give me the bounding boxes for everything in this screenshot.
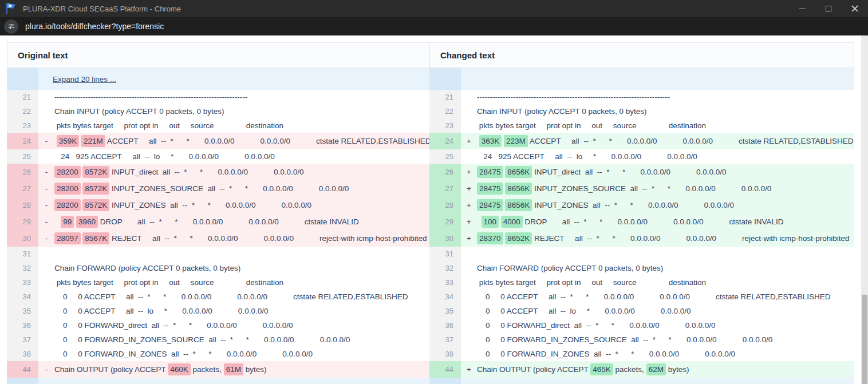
diff-marker: -: [38, 365, 54, 374]
line-number: 38: [429, 347, 461, 361]
diff-text: 28475 8656K INPUT_ZONES_SOURCE all -- * …: [477, 184, 771, 193]
diff-line-left-38: 38 0 0 FORWARD_IN_ZONES all -- * * 0.0.0…: [7, 347, 429, 361]
expand-row-top: Expand 20 lines ...: [7, 68, 854, 90]
url-text[interactable]: plura.io/tools/diffchecker?type=forensic: [25, 22, 164, 31]
window-title: PLURA-XDR Cloud SECaaS Platform - Chrome: [23, 5, 181, 13]
line-number: 34: [7, 290, 38, 304]
diff-line-right-30: 30+28370 8652K REJECT all -- * * 0.0.0.0…: [429, 230, 854, 247]
line-number: 36: [7, 318, 38, 332]
diff-row-25: 25 24 925 ACCEPT all -- lo * 0.0.0.0/0 0…: [7, 149, 854, 164]
diff-marker: +: [461, 201, 477, 209]
diff-text: 0 0 ACCEPT all -- lo * 0.0.0.0/0 0.0.0.0…: [54, 307, 268, 315]
expand-gutter: [7, 68, 38, 90]
diff-line-right-26: 26+28475 8656K INPUT_direct all -- * * 0…: [429, 164, 854, 180]
expand-row-top-left: Expand 20 lines ...: [7, 68, 429, 90]
diff-row-27: 27-28200 8572K INPUT_ZONES_SOURCE all --…: [7, 180, 854, 197]
diff-text: 24 925 ACCEPT all -- lo * 0.0.0.0/0 0.0.…: [54, 152, 275, 161]
diff-text: pkts bytes target prot opt in out source…: [54, 121, 283, 130]
line-number: 37: [429, 332, 461, 347]
diff-text: Chain FORWARD (policy ACCEPT 0 packets, …: [477, 264, 663, 272]
diff-line-right-21: 21--------------------------------------…: [429, 90, 854, 104]
diff-row-44: 44-Chain OUTPUT (policy ACCEPT 460K pack…: [7, 361, 854, 378]
line-number: 24: [429, 133, 461, 149]
diff-line-left-35: 35 0 0 ACCEPT all -- lo * 0.0.0.0/0 0.0.…: [7, 304, 429, 318]
line-number: 22: [7, 104, 38, 118]
line-number: 29: [7, 213, 38, 230]
line-number: 26: [7, 164, 38, 180]
line-number: 37: [7, 332, 38, 347]
expand-row-bottom[interactable]: [7, 378, 854, 384]
diff-text: 99 3960 DROP all -- * * 0.0.0.0/0 0.0.0.…: [54, 217, 359, 226]
close-button[interactable]: [842, 0, 868, 17]
diff-row-23: 23 pkts bytes target prot opt in out sou…: [7, 118, 854, 133]
expand-row-bottom-left: [7, 378, 429, 384]
diff-line-right-34: 34 0 0 ACCEPT all -- * * 0.0.0.0/0 0.0.0…: [429, 290, 854, 304]
diff-row-35: 35 0 0 ACCEPT all -- lo * 0.0.0.0/0 0.0.…: [7, 304, 854, 318]
diff-row-36: 36 0 0 FORWARD_direct all -- * * 0.0.0.0…: [7, 318, 854, 332]
minimize-icon: [799, 9, 806, 9]
diff-marker: +: [461, 168, 477, 176]
diff-text: 28370 8652K REJECT all -- * * 0.0.0.0/0 …: [477, 234, 850, 243]
diff-marker: +: [461, 217, 477, 226]
line-number: 38: [7, 347, 38, 361]
diff-line-left-33: 33 pkts bytes target prot opt in out sou…: [7, 275, 429, 290]
diff-line-left-36: 36 0 0 FORWARD_direct all -- * * 0.0.0.0…: [7, 318, 429, 332]
diff-text: Chain OUTPUT (policy ACCEPT 465K packets…: [477, 365, 689, 374]
changed-text-header: Changed text: [430, 43, 854, 68]
diff-marker: -: [38, 168, 54, 176]
diff-text: 363K 223M ACCEPT all -- * * 0.0.0.0/0 0.…: [477, 137, 854, 145]
line-number: 30: [7, 230, 38, 247]
site-settings-icon[interactable]: [4, 19, 18, 34]
expand-gutter: [429, 68, 461, 90]
line-number: 28: [429, 197, 461, 213]
minimize-button[interactable]: [789, 0, 815, 17]
diffchecker-page: Original text Changed text Expand 20 lin…: [0, 35, 861, 384]
expand-lines-link[interactable]: Expand 20 lines ...: [53, 75, 116, 84]
line-number: 22: [429, 104, 461, 118]
plura-logo-icon: [5, 2, 17, 15]
close-icon: [851, 5, 858, 12]
diff-line-left-31: 31: [7, 247, 429, 261]
diff-text: 0 0 ACCEPT all -- * * 0.0.0.0/0 0.0.0.0/…: [477, 292, 830, 301]
diff-line-left-26: 26-28200 8572K INPUT_direct all -- * * 0…: [7, 164, 429, 180]
diff-text: 28475 8656K INPUT_ZONES all -- * * 0.0.0…: [477, 201, 734, 209]
line-number: 32: [429, 261, 461, 275]
diff-row-34: 34 0 0 ACCEPT all -- * * 0.0.0.0/0 0.0.0…: [7, 290, 854, 304]
diff-row-26: 26-28200 8572K INPUT_direct all -- * * 0…: [7, 164, 854, 180]
diff-line-right-28: 28+28475 8656K INPUT_ZONES all -- * * 0.…: [429, 197, 854, 213]
diff-marker: +: [461, 234, 477, 243]
diff-marker: +: [461, 137, 477, 145]
diff-marker: -: [38, 217, 54, 226]
line-number: 44: [7, 361, 38, 378]
diff-line-left-27: 27-28200 8572K INPUT_ZONES_SOURCE all --…: [7, 180, 429, 197]
diff-marker: -: [38, 234, 54, 243]
diff-text: 0 0 FORWARD_direct all -- * * 0.0.0.0/0 …: [477, 321, 715, 330]
diff-marker: +: [461, 365, 477, 374]
diff-line-left-34: 34 0 0 ACCEPT all -- * * 0.0.0.0/0 0.0.0…: [7, 290, 429, 304]
diff-row-30: 30-28097 8567K REJECT all -- * * 0.0.0.0…: [7, 230, 854, 247]
line-number: 28: [7, 197, 38, 213]
diff-line-right-23: 23 pkts bytes target prot opt in out sou…: [429, 118, 854, 133]
diff-line-left-21: 21--------------------------------------…: [7, 90, 429, 104]
maximize-button[interactable]: [815, 0, 842, 17]
line-number: 21: [7, 90, 38, 104]
diff-text: Chain INPUT (policy ACCEPT 0 packets, 0 …: [477, 107, 647, 116]
line-number: 23: [7, 118, 38, 133]
diff-line-right-25: 25 24 925 ACCEPT all -- lo * 0.0.0.0/0 0…: [429, 149, 854, 164]
page-scrollbar[interactable]: [861, 35, 868, 384]
scrollbar-thumb[interactable]: [862, 295, 867, 384]
diff-line-left-37: 37 0 0 FORWARD_IN_ZONES_SOURCE all -- * …: [7, 332, 429, 347]
diff-line-right-27: 27+28475 8656K INPUT_ZONES_SOURCE all --…: [429, 180, 854, 197]
line-number: 33: [7, 275, 38, 290]
original-text-header: Original text: [7, 43, 430, 68]
expand-row-top-right: [429, 68, 854, 90]
diff-line-left-30: 30-28097 8567K REJECT all -- * * 0.0.0.0…: [7, 230, 429, 247]
diff-line-right-37: 37 0 0 FORWARD_IN_ZONES_SOURCE all -- * …: [429, 332, 854, 347]
diff-text: 0 0 FORWARD_IN_ZONES all -- * * 0.0.0.0/…: [477, 350, 735, 358]
line-number: 33: [429, 275, 461, 290]
diff-text: 359K 221M ACCEPT all -- * * 0.0.0.0/0 0.…: [54, 137, 429, 145]
url-bar[interactable]: plura.io/tools/diffchecker?type=forensic: [0, 17, 868, 35]
diff-line-left-25: 25 24 925 ACCEPT all -- lo * 0.0.0.0/0 0…: [7, 149, 429, 164]
diff-text: ----------------------------------------…: [477, 93, 670, 101]
diff-line-right-32: 32Chain FORWARD (policy ACCEPT 0 packets…: [429, 261, 854, 275]
